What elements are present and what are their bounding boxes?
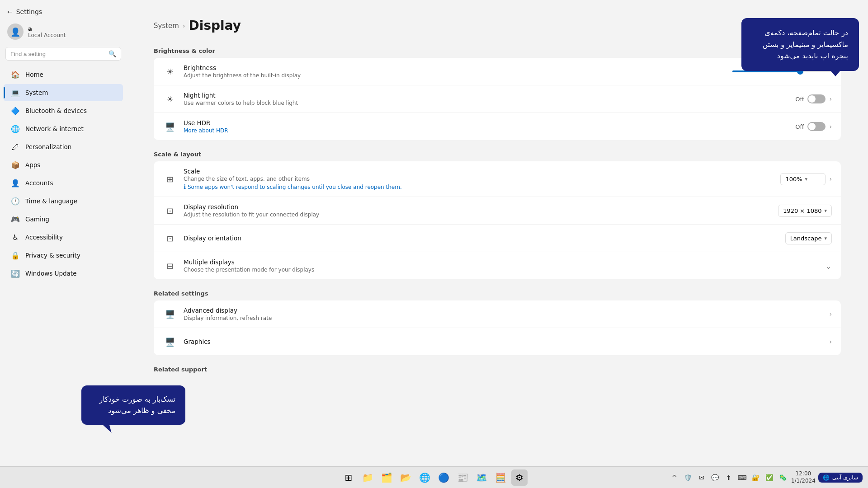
resolution-text: Display resolution Adjust the resolution… <box>184 203 778 218</box>
taskbar-news[interactable]: 📰 <box>454 469 471 486</box>
multiple-displays-text: Multiple displays Choose the presentatio… <box>184 258 825 273</box>
advanced-display-item[interactable]: 🖥️ Advanced display Display information,… <box>154 300 841 328</box>
tray-keyboard[interactable]: ⌨️ <box>737 472 748 483</box>
taskbar-edge[interactable]: 🔵 <box>435 469 452 486</box>
search-input[interactable] <box>10 51 105 57</box>
breadcrumb-separator: › <box>183 22 185 29</box>
taskbar-start[interactable]: ⊞ <box>340 469 357 486</box>
taskbar-explorer[interactable]: 🗂️ <box>378 469 395 486</box>
hdr-right: Off › <box>795 122 832 131</box>
related-settings-header: Related settings <box>154 290 841 297</box>
sidebar-label-update: Windows Update <box>25 270 76 277</box>
night-light-desc: Use warmer colors to help block blue lig… <box>184 100 795 106</box>
system-icon: 💻 <box>11 88 20 97</box>
sidebar-label-system: System <box>25 89 48 96</box>
sidebar-item-network[interactable]: 🌐 Network & internet <box>4 120 123 137</box>
graphics-text: Graphics <box>184 338 829 345</box>
night-light-chevron: › <box>829 95 832 103</box>
scale-item[interactable]: ⊞ Scale Change the size of text, apps, a… <box>154 161 841 197</box>
hdr-link[interactable]: More about HDR <box>184 127 795 134</box>
resolution-value: 868 × 488 <box>783 207 821 214</box>
sidebar-item-home[interactable]: 🏠 Home <box>4 66 123 83</box>
scale-layout-header: Scale & layout <box>154 151 841 158</box>
sidebar-label-accounts: Accounts <box>25 179 53 187</box>
scale-dropdown[interactable]: 100% ▾ <box>780 173 826 185</box>
update-icon: 🔄 <box>11 269 20 278</box>
taskbar: ⊞ 📁 🗂️ 📂 🌐 🔵 📰 🗺️ 🧮 ⚙️ ^ 🛡️ ✉️ 💬 ⬆️ ⌨️ 🔐… <box>0 466 868 488</box>
taskbar-chrome[interactable]: 🌐 <box>416 469 433 486</box>
sidebar-item-privacy[interactable]: 🔒 Privacy & security <box>4 247 123 264</box>
tray-mail[interactable]: ✉️ <box>696 472 707 483</box>
sidebar-item-accessibility[interactable]: ♿ Accessibility <box>4 229 123 246</box>
scale-layout-title: Scale & layout <box>154 151 841 158</box>
resolution-item[interactable]: ⊡ Display resolution Adjust the resoluti… <box>154 197 841 225</box>
hdr-icon: 🖥️ <box>163 119 177 134</box>
brightness-label: Brightness <box>184 64 732 71</box>
tray-virus[interactable]: 🦠 <box>778 472 788 483</box>
taskbar-center: ⊞ 📁 🗂️ 📂 🌐 🔵 📰 🗺️ 🧮 ⚙️ <box>340 469 528 486</box>
taskbar-right: ^ 🛡️ ✉️ 💬 ⬆️ ⌨️ 🔐 ✅ 🦠 12:001/1/2024 🌐 سا… <box>669 470 863 484</box>
search-box[interactable]: 🔍 <box>5 47 121 61</box>
taskbar-settings[interactable]: ⚙️ <box>511 469 528 486</box>
orientation-dropdown[interactable]: Landscape ▾ <box>785 232 832 244</box>
tray-up[interactable]: ⬆️ <box>723 472 734 483</box>
multiple-displays-item[interactable]: ⊟ Multiple displays Choose the presentat… <box>154 252 841 279</box>
sidebar-label-privacy: Privacy & security <box>25 252 80 259</box>
tray-chat[interactable]: 💬 <box>710 472 721 483</box>
sidebar-label-personalization: Personalization <box>25 143 71 150</box>
orientation-right: Landscape ▾ <box>785 232 832 244</box>
taskbar-calc[interactable]: 🧮 <box>492 469 509 486</box>
user-info: a Local Account <box>28 25 66 38</box>
multiple-displays-desc: Choose the presentation mode for your di… <box>184 267 825 273</box>
accounts-icon: 👤 <box>11 178 20 188</box>
resolution-dropdown[interactable]: 868 × 488 ▾ <box>778 205 832 217</box>
night-light-toggle-label: Off <box>795 96 804 103</box>
night-light-item[interactable]: ☀️ Night light Use warmer colors to help… <box>154 85 841 113</box>
sidebar-item-personalization[interactable]: 🖊 Personalization <box>4 138 123 155</box>
breadcrumb: System › Display <box>154 18 841 33</box>
brightness-color-header: Brightness & color <box>154 47 841 54</box>
taskbar-maps[interactable]: 🗺️ <box>473 469 490 486</box>
resolution-label: Display resolution <box>184 203 778 211</box>
taskbar-files[interactable]: 📁 <box>359 469 376 486</box>
sidebar-item-update[interactable]: 🔄 Windows Update <box>4 265 123 282</box>
personalization-icon: 🖊 <box>11 142 20 151</box>
tray-vpn[interactable]: 🔐 <box>750 472 761 483</box>
sidebar-item-apps[interactable]: 📦 Apps <box>4 156 123 174</box>
night-light-toggle[interactable] <box>807 94 826 103</box>
back-button[interactable]: ← Settings <box>0 5 127 19</box>
sidebar-item-accounts[interactable]: 👤 Accounts <box>4 174 123 192</box>
home-icon: 🏠 <box>11 70 20 79</box>
tray-chevron[interactable]: ^ <box>669 472 680 483</box>
avatar-icon: 👤 <box>10 27 20 37</box>
tray-av[interactable]: 🛡️ <box>683 472 693 483</box>
hdr-toggle[interactable] <box>807 122 826 131</box>
orientation-item[interactable]: ⊡ Display orientation Landscape ▾ <box>154 225 841 252</box>
taskbar-clock[interactable]: 12:001/1/2024 <box>791 470 816 484</box>
brightness-item[interactable]: ☀️ Brightness Adjust the brightness of t… <box>154 58 841 85</box>
hdr-chevron: › <box>829 123 832 130</box>
graphics-item[interactable]: 🖥️ Graphics › <box>154 328 841 355</box>
tooltip-bottom-left-text: تسک‌بار به صورت خودکار مخفی و ظاهر می‌شو… <box>99 395 175 415</box>
back-label: Settings <box>16 8 42 15</box>
night-light-right: Off › <box>795 94 832 103</box>
advanced-display-text: Advanced display Display information, re… <box>184 307 829 321</box>
resolution-right: 868 × 488 ▾ <box>778 205 832 217</box>
sidebar-label-bluetooth: Bluetooth & devices <box>25 107 87 114</box>
hdr-item[interactable]: 🖥️ Use HDR More about HDR Off › <box>154 113 841 140</box>
brightness-color-group: ☀️ Brightness Adjust the brightness of t… <box>154 58 841 140</box>
sidebar-item-system[interactable]: 💻 System <box>4 84 123 101</box>
tooltip-top-right: در حالت تمام‌صفحه، دکمه‌ی ماکسیمایز و می… <box>741 18 859 71</box>
time-icon: 🕐 <box>11 197 20 206</box>
sidebar-item-time[interactable]: 🕐 Time & language <box>4 192 123 210</box>
accessibility-icon: ♿ <box>11 233 20 242</box>
sidebar-item-gaming[interactable]: 🎮 Gaming <box>4 211 123 228</box>
sidebar-item-bluetooth[interactable]: 🔷 Bluetooth & devices <box>4 102 123 119</box>
scale-layout-group: ⊞ Scale Change the size of text, apps, a… <box>154 161 841 279</box>
user-section: 👤 a Local Account <box>0 19 127 47</box>
tray-check[interactable]: ✅ <box>764 472 775 483</box>
breadcrumb-system[interactable]: System <box>154 22 179 30</box>
taskbar-folder[interactable]: 📂 <box>397 469 414 486</box>
brightness-text: Brightness Adjust the brightness of the … <box>184 64 732 79</box>
orientation-icon: ⊡ <box>163 231 177 245</box>
